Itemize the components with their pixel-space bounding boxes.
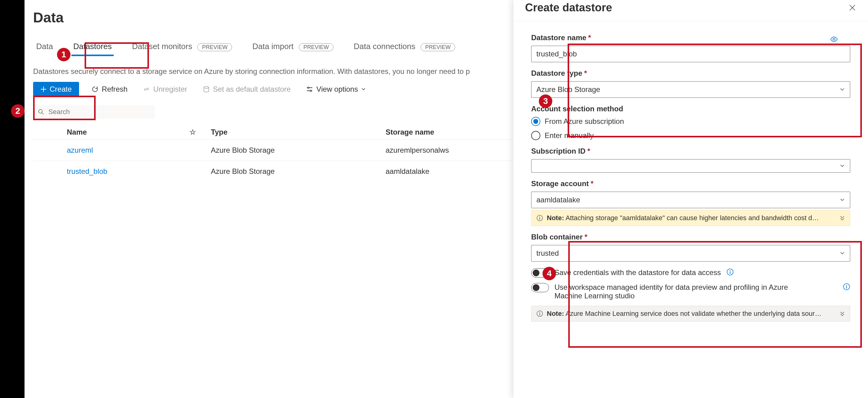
datastore-type-select[interactable]: Azure Blob Storage [531,81,850,98]
plus-icon [40,86,46,92]
info-icon [536,310,543,317]
info-icon[interactable] [726,268,734,276]
annotation-3: 3 [539,94,552,108]
set-default-button: Set as default datastore [199,83,294,95]
radio-enter-manually[interactable]: Enter manually [531,131,850,140]
svg-point-2 [310,90,311,91]
create-datastore-panel: Create datastore Datastore name * Datast… [513,0,868,398]
label-blob-container: Blob container [531,233,583,241]
unlink-icon [143,86,150,93]
chevron-down-icon [839,163,845,169]
svg-point-15 [539,312,540,313]
label-managed-identity: Use workspace managed identity for data … [554,283,806,300]
note-label: Note: [547,214,564,222]
tab-dataset-monitors[interactable]: Dataset monitors PREVIEW [129,40,236,56]
tab-dataset-monitors-label: Dataset monitors [132,42,192,51]
svg-point-0 [204,87,209,88]
chevron-double-down-icon[interactable] [839,311,845,316]
annotation-4: 4 [542,267,556,280]
search-input[interactable] [48,108,150,116]
refresh-button[interactable]: Refresh [88,83,130,95]
account-selection-radiogroup: From Azure subscription Enter manually [531,117,850,140]
blob-container-value: trusted [536,249,559,257]
tab-datastores[interactable]: Datastores [70,40,115,56]
svg-rect-13 [846,286,847,288]
note-storage-text: Attaching storage "aamldatalake" can cau… [565,214,819,222]
refresh-label: Refresh [102,85,127,94]
svg-point-12 [846,285,847,286]
panel-title: Create datastore [525,1,612,14]
required-asterisk: * [588,33,591,42]
preview-badge: PREVIEW [299,43,334,51]
svg-rect-10 [730,271,731,274]
tab-data-import-label: Data import [252,42,293,51]
datastore-type-value: Azure Blob Storage [536,85,600,94]
view-options-button[interactable]: View options [303,83,369,95]
tab-data-assets-label: Data [36,42,53,51]
tab-data-import[interactable]: Data import PREVIEW [249,40,337,56]
preview-badge: PREVIEW [197,43,232,51]
required-asterisk: * [585,233,587,241]
unregister-label: Unregister [153,85,187,94]
datastore-link[interactable]: trusted_blob [67,167,107,175]
tab-datastores-label: Datastores [73,42,112,51]
radio-from-subscription[interactable]: From Azure subscription [531,117,850,126]
label-datastore-type: Datastore type [531,69,582,78]
sliders-icon [306,86,313,93]
left-black-strip [0,0,25,398]
datastore-icon [203,86,210,93]
datastore-name-input[interactable] [531,46,850,62]
tab-data-connections[interactable]: Data connections PREVIEW [351,40,458,56]
svg-point-6 [539,216,540,217]
chevron-double-down-icon[interactable] [839,215,845,221]
set-default-label: Set as default datastore [213,85,291,94]
info-icon [536,215,543,221]
tab-data-assets[interactable]: Data [33,40,56,56]
label-storage-account: Storage account [531,179,589,188]
eye-icon[interactable] [830,35,838,43]
annotation-2: 2 [11,104,25,118]
row-type: Azure Blob Storage [211,167,385,176]
refresh-icon [91,86,99,93]
chevron-down-icon [839,197,845,203]
storage-account-select[interactable]: aamldatalake [531,192,850,208]
annotation-1: 1 [57,48,70,61]
subscription-id-select[interactable] [531,159,850,173]
col-name: Name [67,128,189,136]
radio-from-subscription-label: From Azure subscription [545,117,624,126]
search-input-wrap[interactable] [33,105,154,119]
tab-data-connections-label: Data connections [354,42,415,51]
required-asterisk: * [587,147,590,155]
radio-enter-manually-label: Enter manually [545,131,594,140]
svg-rect-16 [539,313,540,315]
info-icon[interactable] [843,283,850,290]
required-asterisk: * [584,69,587,78]
col-type: Type [211,128,385,136]
blob-container-select[interactable]: trusted [531,245,850,262]
note-validate-text: Azure Machine Learning service does not … [565,310,822,317]
svg-point-4 [833,38,835,40]
datastore-link[interactable]: azureml [67,146,93,154]
svg-point-9 [730,270,731,271]
chevron-down-icon [361,87,366,92]
label-datastore-name: Datastore name [531,33,586,42]
svg-point-1 [308,87,309,88]
note-label: Note: [547,310,564,317]
row-type: Azure Blob Storage [211,146,385,155]
favorite-column-icon: ☆ [189,128,211,136]
toggle-managed-identity[interactable] [531,283,549,292]
required-asterisk: * [591,179,593,188]
label-subscription-id: Subscription ID [531,147,585,155]
storage-warning-banner[interactable]: Note: Attaching storage "aamldatalake" c… [531,210,850,226]
chevron-down-icon [839,87,845,92]
label-save-credentials: Save credentials with the datastore for … [554,268,721,277]
view-options-label: View options [316,85,358,94]
validate-warning-banner[interactable]: Note: Azure Machine Learning service doe… [531,306,850,322]
search-icon [38,109,44,115]
close-icon[interactable] [848,4,856,12]
chevron-down-icon [839,250,845,256]
create-button-label: Create [50,85,72,94]
unregister-button: Unregister [140,83,190,95]
svg-rect-7 [539,217,540,219]
create-button[interactable]: Create [33,82,79,97]
